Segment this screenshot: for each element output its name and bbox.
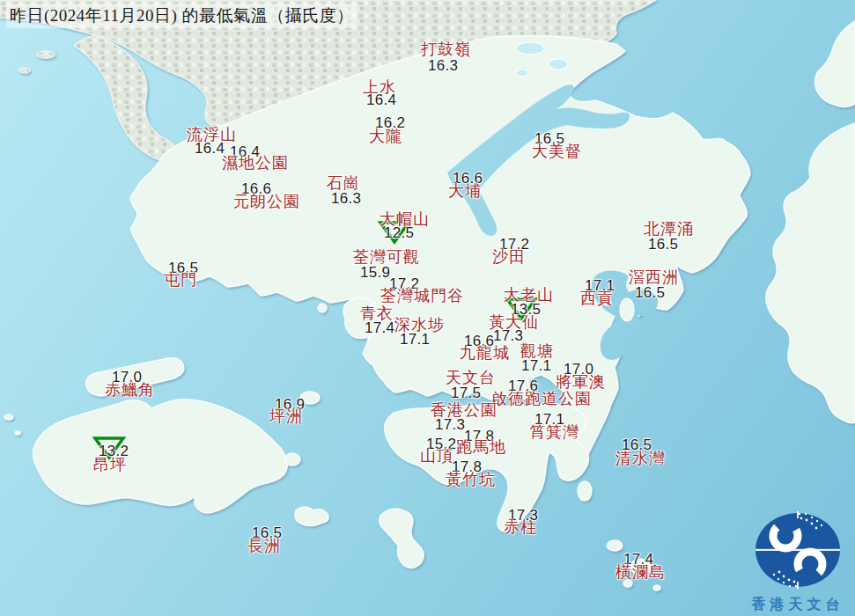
station-temperature: 17.4 [365,320,394,335]
station-name: 九龍城 [460,345,510,361]
station-name: 打鼓嶺 [421,41,471,57]
station-name: 大老山 [504,287,554,303]
station-name: 北潭涌 [644,221,694,237]
logo-text-chinese: 香港天文台 [713,596,855,614]
station-temperature: 17.3 [435,417,465,432]
station-name: 濕地公園 [222,155,289,171]
station-name: 黃竹坑 [446,472,496,488]
station-temperature: 16.5 [635,285,665,300]
station-name: 大隴 [369,128,402,144]
hko-logo-icon [713,509,855,590]
station-name: 天文台 [446,370,496,385]
station-name: 香港公園 [431,402,498,418]
station-temperature: 15.9 [360,265,390,280]
station-temperature: 16.5 [648,237,678,252]
station-name: 深水埗 [394,317,445,333]
station-name: 大帽山 [380,211,430,227]
station-name: 坪洲 [269,408,303,424]
station-name: 清水灣 [615,451,666,466]
station-name: 昂坪 [93,457,127,473]
station-name: 跑馬地 [456,439,506,455]
hko-logo: 香港天文台 HONG KONG OBSERVATORY [713,509,855,616]
station-temperature: 16.3 [331,191,361,206]
station-name: 青衣 [360,305,394,321]
station-name: 將軍澳 [556,374,606,390]
map-title: 昨日(2024年11月20日) 的最低氣溫（攝氏度） [6,4,357,28]
station-name: 赤鱲角 [105,382,155,398]
station-name: 筲箕灣 [529,424,579,440]
station-name: 大美督 [532,143,582,159]
station-temperature: 17.1 [400,332,430,347]
station-name: 長洲 [247,538,281,554]
station-temperature: 16.3 [428,58,458,73]
station-name: 荃灣城門谷 [380,288,464,304]
station-name: 黃大仙 [489,314,539,330]
station-name: 荃灣可觀 [353,249,420,265]
station-name: 西貢 [580,290,614,306]
station-temperature: 17.5 [451,385,481,400]
station-name: 山頂 [420,448,453,464]
station-name: 石崗 [327,175,360,191]
station-name: 啟德跑道公園 [491,391,592,407]
station-name: 屯門 [164,272,197,288]
station-name: 元朗公園 [233,194,300,209]
station-name: 流浮山 [187,127,237,143]
station-name: 橫瀾島 [615,564,666,580]
station-temperature: 17.1 [521,358,551,373]
weather-map-canvas: 昨日(2024年11月20日) 的最低氣溫（攝氏度） 16.3打鼓嶺16.4上水… [0,0,855,616]
station-name: 赤柱 [504,519,537,535]
station-name: 上水 [363,79,396,95]
station-name: 滘西洲 [629,269,679,285]
station-name: 沙田 [492,249,526,265]
station-name: 大埔 [448,183,482,199]
station-name: 觀塘 [520,343,554,359]
